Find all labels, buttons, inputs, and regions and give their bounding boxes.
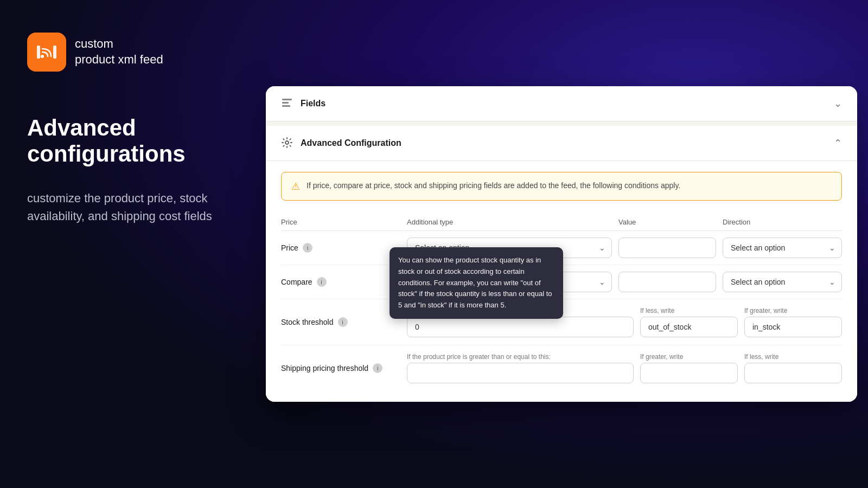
- price-value-wrapper: [618, 237, 716, 258]
- stock-label: Stock threshold i: [281, 317, 400, 327]
- shipping-if-greater-group: If greater, write: [640, 353, 738, 383]
- col-header-direction: Direction: [723, 218, 842, 226]
- shipping-condition-label: If the product price is greater than or …: [407, 353, 634, 361]
- price-direction-wrapper: Select an option Option 1 ⌄: [723, 237, 842, 258]
- stock-threshold-input[interactable]: [407, 317, 634, 337]
- logo-area: custom product xml feed: [27, 33, 233, 72]
- shipping-condition-group: If the product price is greater than or …: [407, 353, 634, 383]
- shipping-if-greater-label: If greater, write: [640, 353, 738, 361]
- app-logo-icon: [27, 33, 66, 72]
- advanced-title: Advanced Configuration: [301, 138, 401, 148]
- svg-rect-1: [53, 46, 56, 59]
- row-headers: Price Additional type Value Direction: [281, 211, 842, 231]
- fields-icon: [281, 97, 294, 110]
- compare-info-icon[interactable]: i: [317, 277, 327, 287]
- svg-rect-4: [282, 102, 289, 104]
- stock-if-greater-group: If greater, write: [744, 307, 842, 337]
- subtitle: customize the product price, stock avail…: [27, 189, 233, 225]
- content-card: Fields ⌄ Advanced Configuration ⌃: [266, 86, 857, 402]
- col-header-additional-type: Additional type: [407, 218, 612, 226]
- warning-text: If price, compare at price, stock and sh…: [307, 180, 680, 191]
- compare-label: Compare i: [281, 277, 400, 287]
- svg-rect-0: [37, 46, 40, 59]
- shipping-if-less-group: If less, write: [744, 353, 842, 383]
- fields-chevron[interactable]: ⌄: [834, 98, 842, 110]
- col-header-price: Price: [281, 218, 400, 226]
- logo-line1: custom: [75, 36, 163, 52]
- compare-value-input[interactable]: [618, 272, 716, 292]
- main-title: Advanced configurations: [27, 115, 233, 168]
- svg-point-6: [285, 141, 289, 144]
- shipping-threshold-input[interactable]: [407, 363, 634, 383]
- config-area: Price Additional type Value Direction Pr…: [266, 211, 857, 402]
- shipping-if-less-label: If less, write: [744, 353, 842, 361]
- col-header-value: Value: [618, 218, 716, 226]
- stock-info-icon[interactable]: i: [338, 317, 348, 327]
- logo-text: custom product xml feed: [75, 36, 163, 67]
- logo-line2: product xml feed: [75, 52, 163, 68]
- fields-title: Fields: [301, 99, 326, 108]
- shipping-if-greater-input[interactable]: [640, 363, 738, 383]
- left-panel: custom product xml feed Advanced configu…: [0, 0, 260, 488]
- compare-value-wrapper: [618, 272, 716, 292]
- advanced-header-left: Advanced Configuration: [281, 137, 401, 150]
- advanced-section-header[interactable]: Advanced Configuration ⌃: [266, 126, 857, 161]
- right-panel: Fields ⌄ Advanced Configuration ⌃: [260, 0, 868, 488]
- compare-direction-wrapper: Select an option Option 1 ⌄: [723, 272, 842, 292]
- gear-icon: [281, 137, 294, 150]
- stock-if-less-group: If less, write: [640, 307, 738, 337]
- shipping-label: Shipping pricing threshold i: [281, 363, 400, 373]
- price-info-icon[interactable]: i: [303, 243, 312, 253]
- shipping-row: Shipping pricing threshold i If the prod…: [281, 345, 842, 391]
- price-label: Price i: [281, 243, 400, 253]
- stock-if-less-label: If less, write: [640, 307, 738, 314]
- fields-section-header[interactable]: Fields ⌄: [266, 86, 857, 121]
- fields-header-left: Fields: [281, 97, 326, 110]
- price-direction-select[interactable]: Select an option Option 1: [723, 237, 842, 258]
- stock-if-less-input[interactable]: [640, 317, 738, 337]
- price-row: Price i Select an option Option 1 Option…: [281, 231, 842, 265]
- stock-if-greater-input[interactable]: [744, 317, 842, 337]
- advanced-section: Advanced Configuration ⌃ ⚠ If price, com…: [266, 126, 857, 402]
- stock-if-greater-label: If greater, write: [744, 307, 842, 314]
- shipping-info-icon[interactable]: i: [373, 363, 382, 373]
- compare-direction-select[interactable]: Select an option Option 1: [723, 272, 842, 292]
- svg-point-2: [41, 55, 44, 58]
- svg-rect-5: [282, 105, 290, 107]
- price-value-input[interactable]: [618, 237, 716, 258]
- svg-rect-3: [282, 99, 292, 100]
- advanced-chevron[interactable]: ⌃: [834, 137, 842, 149]
- stock-tooltip: You can show the product stock quantity …: [390, 247, 563, 319]
- warning-banner: ⚠ If price, compare at price, stock and …: [281, 172, 842, 201]
- shipping-if-less-input[interactable]: [744, 363, 842, 383]
- warning-icon: ⚠: [291, 181, 300, 192]
